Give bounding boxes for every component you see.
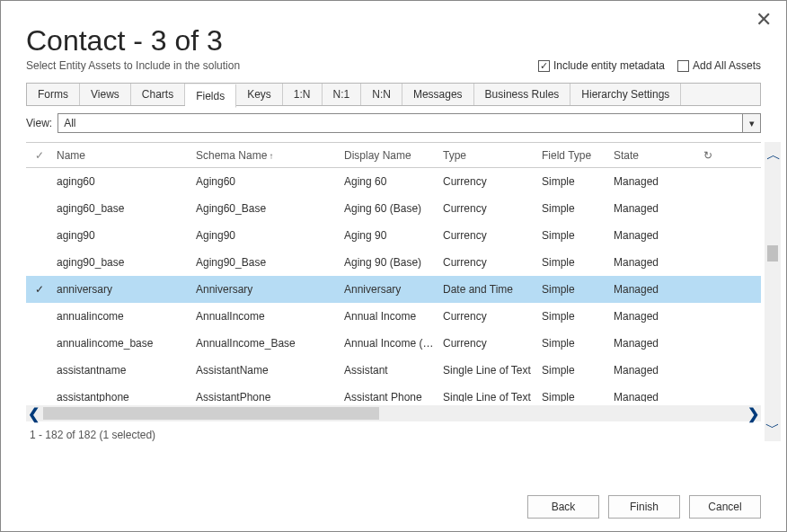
cell-display: Annual Income (… — [340, 337, 439, 350]
scroll-thumb[interactable] — [43, 407, 379, 420]
cell-type: Currency — [439, 229, 538, 242]
cell-name: assistantphone — [53, 391, 192, 402]
cell-state: Managed — [610, 202, 700, 215]
table-row[interactable]: annualincome_baseAnnualIncome_BaseAnnual… — [26, 330, 761, 357]
horizontal-scrollbar[interactable]: ❮ ❯ — [26, 405, 761, 421]
finish-button[interactable]: Finish — [608, 495, 680, 519]
cell-fieldtype: Simple — [538, 391, 610, 402]
table-row[interactable]: aging60Aging60Aging 60CurrencySimpleMana… — [26, 168, 761, 195]
back-button[interactable]: Back — [527, 495, 599, 519]
tab-fields[interactable]: Fields — [185, 84, 236, 108]
dialog-contact-assets: ✕ Contact - 3 of 3 Select Entity Assets … — [0, 0, 787, 532]
table-row[interactable]: aging60_baseAging60_BaseAging 60 (Base)C… — [26, 195, 761, 222]
tab-strip: FormsViewsChartsFieldsKeys1:NN:1N:NMessa… — [26, 83, 761, 106]
chevron-down-icon: ▾ — [742, 114, 760, 132]
cell-fieldtype: Simple — [538, 310, 610, 323]
cell-name: assistantname — [53, 364, 192, 377]
grid-header: ✓ Name Schema Name↑ Display Name Type Fi… — [26, 143, 761, 168]
tab-1-n[interactable]: 1:N — [283, 84, 323, 105]
cell-fieldtype: Simple — [538, 337, 610, 350]
cell-fieldtype: Simple — [538, 175, 610, 188]
tab-spacer — [681, 84, 760, 105]
grid-body: aging60Aging60Aging 60CurrencySimpleMana… — [26, 168, 761, 402]
table-row[interactable]: aging90Aging90Aging 90CurrencySimpleMana… — [26, 222, 761, 249]
tab-business-rules[interactable]: Business Rules — [474, 84, 571, 105]
view-dropdown[interactable]: All ▾ — [57, 113, 761, 133]
table-row[interactable]: assistantnameAssistantNameAssistantSingl… — [26, 357, 761, 384]
tab-hierarchy-settings[interactable]: Hierarchy Settings — [570, 84, 681, 105]
table-row[interactable]: annualincomeAnnualIncomeAnnual IncomeCur… — [26, 303, 761, 330]
include-metadata-checkbox[interactable]: ✓ Include entity metadata — [538, 59, 665, 72]
column-header-display[interactable]: Display Name — [340, 149, 439, 162]
tab-keys[interactable]: Keys — [236, 84, 283, 105]
tab-views[interactable]: Views — [80, 84, 131, 105]
cell-schema: Aging90_Base — [192, 256, 340, 269]
column-header-schema-label: Schema Name — [196, 149, 267, 162]
sort-asc-icon: ↑ — [269, 151, 273, 161]
checkbox-icon — [677, 60, 689, 72]
cell-display: Aging 90 — [340, 229, 439, 242]
add-all-assets-checkbox[interactable]: Add All Assets — [677, 59, 761, 72]
vertical-scrollbar[interactable]: ﹀ ﹀ — [765, 142, 781, 441]
cell-state: Managed — [610, 364, 700, 377]
cell-type: Currency — [439, 256, 538, 269]
cell-display: Aging 60 — [340, 175, 439, 188]
cell-type: Currency — [439, 337, 538, 350]
cell-schema: Aging90 — [192, 229, 340, 242]
entity-options: ✓ Include entity metadata Add All Assets — [538, 59, 761, 72]
subtitle-row: Select Entity Assets to Include in the s… — [26, 59, 761, 72]
cell-state: Managed — [610, 283, 700, 296]
cell-state: Managed — [610, 337, 700, 350]
close-icon[interactable]: ✕ — [756, 10, 772, 30]
tab-forms[interactable]: Forms — [27, 84, 80, 105]
cell-schema: Anniversary — [192, 283, 340, 296]
cell-schema: AnnualIncome_Base — [192, 337, 340, 350]
tab-charts[interactable]: Charts — [131, 84, 185, 105]
select-all-checkbox[interactable]: ✓ — [26, 149, 53, 162]
grid-area: ✓ Name Schema Name↑ Display Name Type Fi… — [26, 142, 761, 441]
scroll-right-icon[interactable]: ❯ — [747, 405, 759, 422]
cell-schema: Aging60 — [192, 175, 340, 188]
table-row[interactable]: aging90_baseAging90_BaseAging 90 (Base)C… — [26, 249, 761, 276]
scroll-down-icon[interactable]: ﹀ — [765, 415, 780, 441]
column-header-name[interactable]: Name — [53, 149, 192, 162]
row-check-icon: ✓ — [26, 283, 53, 296]
cell-name: annualincome — [53, 310, 192, 323]
cell-fieldtype: Simple — [538, 283, 610, 296]
table-row[interactable]: ✓anniversaryAnniversaryAnniversaryDate a… — [26, 276, 761, 303]
column-header-schema[interactable]: Schema Name↑ — [192, 149, 340, 162]
scroll-track[interactable] — [43, 407, 744, 420]
cancel-button[interactable]: Cancel — [689, 495, 761, 519]
cell-display: Aging 60 (Base) — [340, 202, 439, 215]
cell-schema: Aging60_Base — [192, 202, 340, 215]
scroll-thumb[interactable] — [767, 245, 778, 262]
column-header-type[interactable]: Type — [439, 149, 538, 162]
cell-display: Anniversary — [340, 283, 439, 296]
status-text: 1 - 182 of 182 (1 selected) — [26, 429, 761, 441]
refresh-icon[interactable]: ↻ — [700, 149, 714, 162]
cell-display: Assistant — [340, 364, 439, 377]
cell-display: Annual Income — [340, 310, 439, 323]
cell-type: Currency — [439, 310, 538, 323]
view-selected-value: All — [64, 117, 75, 129]
column-header-fieldtype[interactable]: Field Type — [538, 149, 610, 162]
cell-schema: AssistantName — [192, 364, 340, 377]
cell-type: Single Line of Text — [439, 364, 538, 377]
view-label: View: — [26, 117, 52, 129]
scroll-up-icon[interactable]: ﹀ — [765, 142, 780, 168]
cell-state: Managed — [610, 175, 700, 188]
scroll-left-icon[interactable]: ❮ — [28, 405, 40, 422]
cell-name: anniversary — [53, 283, 192, 296]
tab-n-n[interactable]: N:N — [361, 84, 402, 105]
tab-n-1[interactable]: N:1 — [323, 84, 362, 105]
cell-name: aging90 — [53, 229, 192, 242]
table-row[interactable]: assistantphoneAssistantPhoneAssistant Ph… — [26, 384, 761, 402]
cell-name: annualincome_base — [53, 337, 192, 350]
column-header-state[interactable]: State — [610, 149, 700, 162]
footer-buttons: Back Finish Cancel — [527, 495, 761, 519]
cell-schema: AssistantPhone — [192, 391, 340, 402]
cell-type: Single Line of Text — [439, 391, 538, 402]
cell-name: aging60 — [53, 175, 192, 188]
checkbox-icon: ✓ — [538, 60, 550, 72]
tab-messages[interactable]: Messages — [402, 84, 474, 105]
